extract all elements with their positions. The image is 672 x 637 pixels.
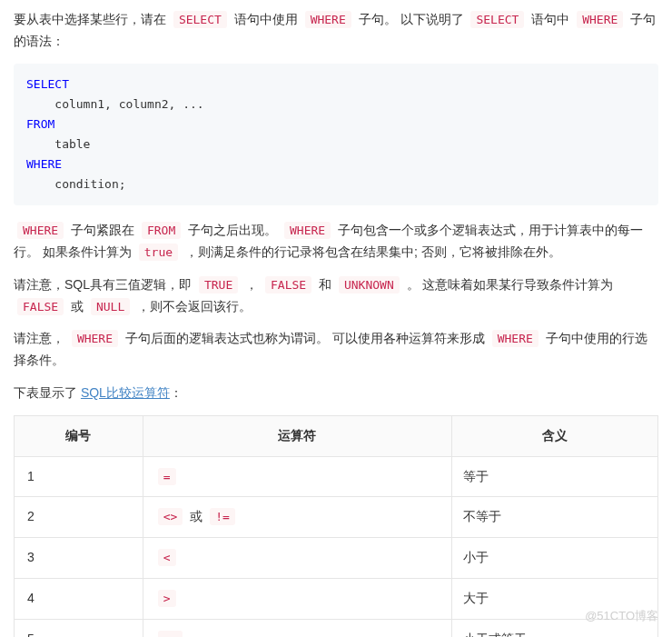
code-select: SELECT: [173, 11, 227, 28]
code-select: SELECT: [470, 11, 524, 28]
table-row: 5<=小于或等于: [15, 619, 658, 637]
operator-code: >: [158, 590, 176, 607]
operator-code: !=: [210, 508, 235, 525]
operators-table: 编号 运算符 含义 1=等于2<> 或 !=不等于3<小于4>大于5<=小于或等…: [14, 415, 658, 637]
code-where: WHERE: [72, 330, 118, 347]
operator-code: =: [158, 468, 176, 485]
code-true: true: [139, 244, 178, 261]
paragraph-where-follows: WHERE 子句紧跟在 FROM 子句之后出现。 WHERE 子句包含一个或多个…: [14, 220, 658, 264]
cell-operator: <=: [143, 619, 451, 637]
code-false: FALSE: [265, 276, 311, 294]
cell-meaning: 大于: [452, 578, 658, 619]
table-row: 2<> 或 !=不等于: [15, 497, 658, 538]
cell-no: 3: [15, 538, 143, 579]
code-unknown: UNKNOWN: [339, 276, 400, 294]
intro-paragraph: 要从表中选择某些行，请在 SELECT 语句中使用 WHERE 子句。 以下说明…: [14, 9, 658, 53]
th-no: 编号: [15, 415, 143, 456]
sql-code-block: SELECT column1, column2, ... FROM table …: [14, 64, 658, 206]
code-where: WHERE: [17, 222, 64, 239]
cell-no: 4: [15, 578, 143, 619]
cell-no: 2: [15, 497, 143, 538]
code-where: WHERE: [492, 330, 539, 347]
code-where: WHERE: [305, 11, 351, 28]
th-op: 运算符: [143, 415, 451, 456]
cell-meaning: 小于: [452, 538, 658, 579]
table-row: 1=等于: [15, 456, 658, 497]
operator-code: <=: [158, 631, 183, 637]
code-true: TRUE: [199, 276, 238, 294]
table-row: 4>大于: [15, 578, 658, 619]
cell-no: 5: [15, 619, 143, 637]
cell-no: 1: [15, 456, 143, 497]
cell-operator: =: [143, 456, 451, 497]
table-row: 3<小于: [15, 538, 658, 579]
operator-code: <: [158, 549, 176, 566]
cell-operator: <> 或 !=: [143, 497, 451, 538]
paragraph-predicate: 请注意， WHERE 子句后面的逻辑表达式也称为谓词。 可以使用各种运算符来形成…: [14, 328, 658, 372]
code-false: FALSE: [17, 298, 64, 315]
cell-operator: >: [143, 578, 451, 619]
operator-code: <>: [158, 508, 183, 525]
cell-meaning: 小于或等于: [452, 619, 658, 637]
code-where: WHERE: [577, 11, 623, 28]
table-header-row: 编号 运算符 含义: [15, 415, 658, 456]
cell-meaning: 等于: [452, 456, 658, 497]
cell-meaning: 不等于: [452, 497, 658, 538]
paragraph-three-valued: 请注意，SQL具有三值逻辑，即 TRUE ， FALSE 和 UNKNOWN 。…: [14, 274, 658, 318]
cell-operator: <: [143, 538, 451, 579]
code-from: FROM: [142, 222, 181, 239]
code-null: NULL: [91, 298, 130, 315]
th-meaning: 含义: [452, 415, 658, 456]
code-where: WHERE: [284, 222, 331, 239]
table-intro-text: 下表显示了 SQL比较运算符：: [14, 383, 658, 404]
sql-operators-link[interactable]: SQL比较运算符: [81, 385, 170, 400]
